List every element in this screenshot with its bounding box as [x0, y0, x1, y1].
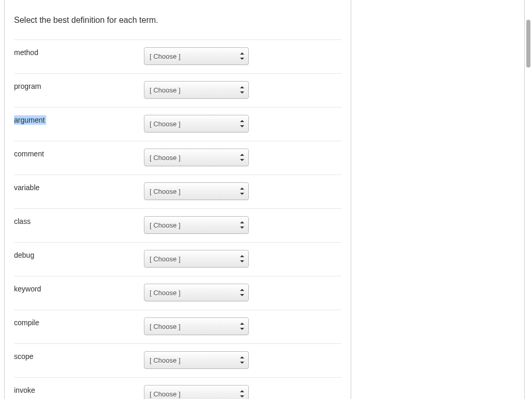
sort-arrows-icon [240, 52, 244, 60]
term-cell: scope [14, 351, 144, 361]
definition-select[interactable]: [ Choose ] [144, 250, 249, 268]
matching-row: scope[ Choose ] [14, 344, 341, 378]
scrollbar-thumb[interactable] [526, 20, 530, 68]
sort-arrows-icon [240, 154, 244, 161]
definition-select[interactable]: [ Choose ] [144, 284, 249, 301]
select-cell: [ Choose ] [144, 250, 249, 268]
matching-rows: method[ Choose ]program[ Choose ]argumen… [14, 39, 341, 399]
matching-row: method[ Choose ] [14, 40, 341, 74]
term-cell: keyword [14, 284, 144, 293]
select-value: [ Choose ] [150, 154, 180, 162]
definition-select[interactable]: [ Choose ] [144, 115, 249, 132]
select-cell: [ Choose ] [144, 216, 249, 234]
sort-arrows-icon [240, 323, 244, 330]
term-cell: method [14, 47, 144, 57]
term-cell: class [14, 216, 144, 225]
sort-arrows-icon [240, 255, 244, 262]
matching-row: program[ Choose ] [14, 74, 341, 108]
matching-row: class[ Choose ] [14, 209, 341, 243]
definition-select[interactable]: [ Choose ] [144, 351, 249, 369]
select-cell: [ Choose ] [144, 351, 249, 369]
sort-arrows-icon [240, 221, 244, 229]
definition-select[interactable]: [ Choose ] [144, 149, 249, 166]
sort-arrows-icon [240, 120, 244, 127]
term-cell: invoke [14, 385, 144, 394]
definition-select[interactable]: [ Choose ] [144, 182, 249, 200]
term-label: argument [14, 115, 46, 125]
definition-select[interactable]: [ Choose ] [144, 216, 249, 234]
select-cell: [ Choose ] [144, 284, 249, 301]
term-label: compile [14, 318, 39, 327]
matching-row: comment[ Choose ] [14, 141, 341, 175]
select-value: [ Choose ] [150, 255, 180, 263]
term-cell: argument [14, 115, 144, 124]
select-value: [ Choose ] [150, 356, 180, 364]
matching-row: keyword[ Choose ] [14, 276, 341, 310]
term-cell: comment [14, 149, 144, 158]
select-value: [ Choose ] [150, 323, 180, 330]
select-cell: [ Choose ] [144, 47, 249, 65]
sort-arrows-icon [240, 188, 244, 195]
select-cell: [ Choose ] [144, 115, 249, 132]
sort-arrows-icon [240, 289, 244, 296]
term-label: invoke [14, 386, 35, 394]
term-label: program [14, 82, 41, 90]
select-value: [ Choose ] [150, 52, 180, 60]
term-cell: debug [14, 250, 144, 259]
term-label: variable [14, 183, 39, 192]
term-cell: program [14, 81, 144, 90]
term-label: method [14, 48, 38, 57]
select-value: [ Choose ] [150, 390, 180, 398]
matching-row: argument[ Choose ] [14, 108, 341, 141]
definition-select[interactable]: [ Choose ] [144, 47, 249, 65]
term-label: comment [14, 150, 44, 158]
select-value: [ Choose ] [150, 221, 180, 229]
select-cell: [ Choose ] [144, 149, 249, 166]
term-cell: compile [14, 317, 144, 327]
question-prompt: Select the best definition for each term… [14, 0, 341, 39]
select-value: [ Choose ] [150, 188, 180, 195]
definition-select[interactable]: [ Choose ] [144, 385, 249, 399]
select-value: [ Choose ] [150, 86, 180, 94]
select-cell: [ Choose ] [144, 317, 249, 335]
side-panel [351, 0, 525, 399]
select-cell: [ Choose ] [144, 81, 249, 99]
page-wrapper: Select the best definition for each term… [0, 0, 532, 399]
matching-row: debug[ Choose ] [14, 243, 341, 276]
term-label: debug [14, 251, 34, 259]
term-label: scope [14, 352, 33, 361]
select-value: [ Choose ] [150, 289, 180, 297]
question-panel: Select the best definition for each term… [4, 0, 351, 399]
matching-row: compile[ Choose ] [14, 310, 341, 344]
term-cell: variable [14, 182, 144, 192]
sort-arrows-icon [240, 86, 244, 94]
matching-row: invoke[ Choose ] [14, 378, 341, 399]
select-value: [ Choose ] [150, 120, 180, 128]
definition-select[interactable]: [ Choose ] [144, 317, 249, 335]
term-label: class [14, 217, 31, 225]
definition-select[interactable]: [ Choose ] [144, 81, 249, 99]
page-scrollbar[interactable] [526, 0, 531, 399]
term-label: keyword [14, 285, 41, 293]
select-cell: [ Choose ] [144, 385, 249, 399]
matching-row: variable[ Choose ] [14, 175, 341, 209]
sort-arrows-icon [240, 390, 244, 397]
select-cell: [ Choose ] [144, 182, 249, 200]
sort-arrows-icon [240, 356, 244, 364]
